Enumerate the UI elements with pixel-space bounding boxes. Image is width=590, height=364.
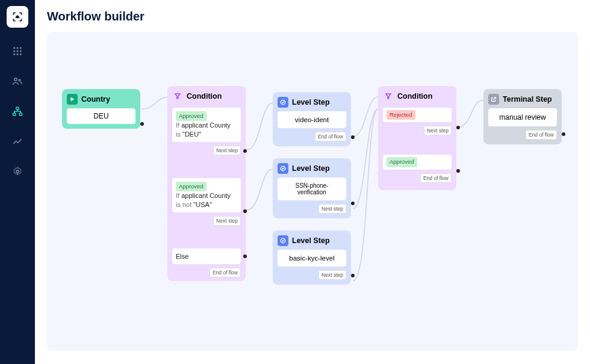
branch-tag: Next step [424,126,452,135]
svg-point-6 [20,51,22,52]
status-badge: Approved [387,157,417,167]
level1-header: Level Step [278,97,346,108]
port-out[interactable] [351,202,355,205]
check-circle-icon [278,97,288,108]
terminal-header: Terminal Step [488,94,557,105]
condition2-branch-1: Rejected Next step [383,105,452,135]
port-out[interactable] [456,169,460,173]
check-circle-icon [278,163,288,174]
condition2-branch-2: Approved End of flow [383,152,452,182]
port-out[interactable] [562,132,565,136]
app-logo [7,6,28,28]
port-out[interactable] [351,274,355,277]
condition1-branch-1: Approved If applicant County is "DEU" Ne… [172,105,241,155]
port-out[interactable] [140,122,144,126]
svg-point-11 [19,79,20,81]
filter-icon [383,91,394,102]
country-node[interactable]: Country DEU [62,89,140,129]
status-badge: Approved [176,111,206,121]
svg-point-4 [13,51,15,52]
country-value: DEU [67,108,135,124]
level1-value: video-ident [278,111,346,128]
svg-rect-13 [13,113,16,116]
port-out[interactable] [243,149,247,153]
level3-tag: Next step [318,270,346,280]
terminal-node[interactable]: Terminal Step manual review End of flow [483,89,562,144]
level1-tag: End of flow [315,132,346,141]
condition1-branch-2: Approved If applicant County is not "USA… [172,176,241,226]
external-link-icon [488,94,499,105]
nav-users-icon[interactable] [11,75,24,88]
branch-tag: Next step [213,146,241,155]
terminal-value: manual review [488,108,557,126]
branch-tag: Next step [213,216,241,226]
level3-header: Level Step [278,235,346,246]
level2-header: Level Step [278,163,346,174]
page-title: Workflow builder [47,10,578,23]
condition-node-2[interactable]: Condition Rejected Next step Approved En… [378,86,456,190]
svg-point-5 [17,51,19,52]
status-badge: Rejected [387,110,415,120]
terminal-title: Terminal Step [503,95,552,103]
status-badge: Approved [176,182,206,191]
nav-workflow-icon[interactable] [11,105,24,118]
terminal-tag: End of flow [526,130,557,140]
svg-point-2 [17,47,19,49]
port-out[interactable] [456,126,460,129]
svg-rect-12 [16,107,19,110]
level1-title: Level Step [292,98,330,106]
level-node-2[interactable]: Level Step SSN-phone-verification Nest s… [273,158,351,218]
country-node-header: Country [67,94,135,105]
level2-value: SSN-phone-verification [278,177,346,200]
filter-icon [172,91,183,102]
level3-title: Level Step [292,236,330,245]
condition2-header: Condition [383,91,452,102]
level-node-3[interactable]: Level Step basic-kyc-level Next step [273,230,351,285]
sidebar [0,0,35,364]
svg-rect-14 [19,113,22,116]
port-out[interactable] [243,254,247,258]
nav-apps-icon[interactable] [11,45,24,58]
play-icon [67,94,78,105]
svg-point-8 [17,54,19,55]
port-out[interactable] [351,135,355,139]
svg-point-10 [14,78,17,81]
condition2-title: Condition [397,92,432,100]
condition1-header: Condition [172,91,241,102]
country-title: Country [81,95,110,103]
svg-point-3 [20,47,22,49]
main-content: Workflow builder Country DEU [35,0,590,364]
svg-point-7 [13,54,15,55]
branch-tag: End of flow [420,173,452,183]
nav-analytics-icon[interactable] [11,135,24,148]
condition1-branch-3: Else End of flow [172,246,241,277]
svg-point-1 [13,47,15,49]
svg-point-15 [16,170,19,173]
port-out[interactable] [243,209,247,213]
check-circle-icon [278,235,288,246]
branch-tag: End of flow [210,268,241,277]
condition1-title: Condition [187,92,222,100]
condition-node-1[interactable]: Condition Approved If applicant County i… [167,86,246,281]
level-node-1[interactable]: Level Step video-ident End of flow [273,92,351,146]
svg-point-9 [20,54,22,55]
nav-settings-icon[interactable] [11,165,24,178]
workflow-canvas[interactable]: Country DEU Condition Approved If applic… [47,32,578,351]
level3-value: basic-kyc-level [278,250,346,267]
level2-tag: Nest step [318,204,346,214]
level2-title: Level Step [292,164,330,173]
